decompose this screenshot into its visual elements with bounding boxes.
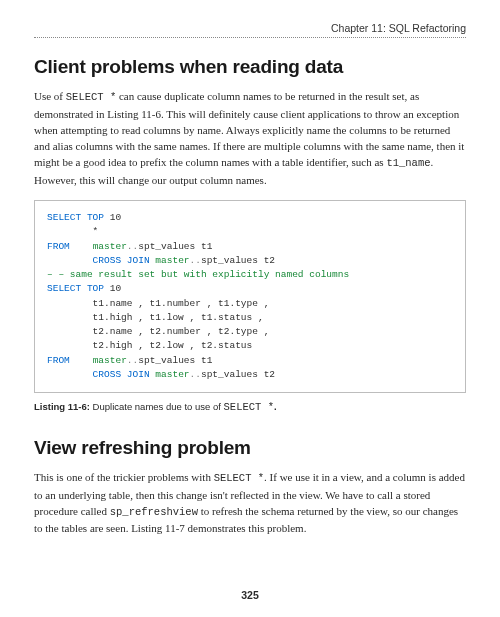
text [70, 241, 93, 252]
text: spt_values t2 [201, 255, 275, 266]
inline-code: SELECT * [224, 401, 274, 413]
keyword: CROSS JOIN [93, 369, 150, 380]
keyword: FROM [47, 241, 70, 252]
identifier: master [155, 369, 189, 380]
chapter-header: Chapter 11: SQL Refactoring [34, 22, 466, 38]
text [70, 355, 93, 366]
caption-end: . [274, 401, 277, 412]
text [47, 369, 93, 380]
text: Use of [34, 90, 66, 102]
caption-text: Duplicate names due to use of [90, 401, 224, 412]
text: 10 [104, 212, 121, 223]
operator: .. [190, 255, 201, 266]
text: t1.high , t1.low , t1.status , [47, 312, 264, 323]
text: t1.name , t1.number , t1.type , [47, 298, 269, 309]
section-heading-view-refreshing: View refreshing problem [34, 437, 466, 459]
identifier: master [93, 241, 127, 252]
text: spt_values t2 [201, 369, 275, 380]
paragraph-1: Use of SELECT * can cause duplicate colu… [34, 88, 466, 188]
text: * [47, 226, 98, 237]
keyword: SELECT TOP [47, 212, 104, 223]
comment: – – same result set but with explicitly … [47, 269, 349, 280]
inline-code: t1_name [386, 157, 430, 169]
paragraph-2: This is one of the trickier problems wit… [34, 469, 466, 537]
text: spt_values t1 [138, 241, 212, 252]
inline-code: SELECT * [66, 91, 116, 103]
keyword: SELECT TOP [47, 283, 104, 294]
keyword: FROM [47, 355, 70, 366]
text: t2.high , t2.low , t2.status [47, 340, 252, 351]
keyword: CROSS JOIN [93, 255, 150, 266]
text: t2.name , t2.number , t2.type , [47, 326, 269, 337]
section-heading-client-problems: Client problems when reading data [34, 56, 466, 78]
identifier: master [93, 355, 127, 366]
text [47, 255, 93, 266]
listing-caption: Listing 11-6: Duplicate names due to use… [34, 401, 466, 413]
caption-label: Listing 11-6: [34, 401, 90, 412]
code-listing-11-6: SELECT TOP 10 * FROM master..spt_values … [34, 200, 466, 393]
text: spt_values t1 [138, 355, 212, 366]
text: 10 [104, 283, 121, 294]
operator: .. [127, 355, 138, 366]
inline-code: SELECT * [214, 472, 264, 484]
operator: .. [127, 241, 138, 252]
operator: .. [190, 369, 201, 380]
text: This is one of the trickier problems wit… [34, 471, 214, 483]
inline-code: sp_refreshview [110, 506, 198, 518]
page-number: 325 [0, 589, 500, 601]
identifier: master [155, 255, 189, 266]
